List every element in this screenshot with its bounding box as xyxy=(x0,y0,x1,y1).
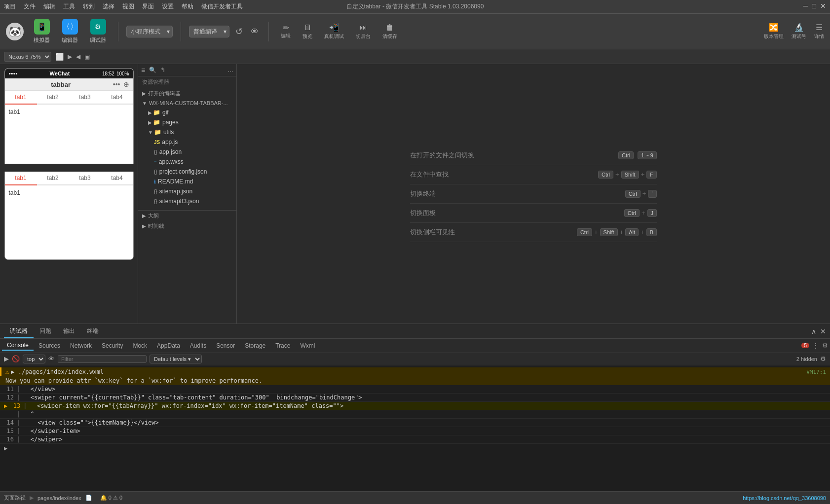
tree-item-utils[interactable]: ▼ 📁 utils xyxy=(138,127,236,137)
menu-item-wechat[interactable]: 微信开发者工具 xyxy=(201,2,243,11)
device-select-wrapper[interactable]: Nexus 6 75% xyxy=(4,52,51,62)
menu-item-edit[interactable]: 编辑 xyxy=(43,2,55,11)
wechat-menu-icon[interactable]: ••• xyxy=(113,80,120,88)
clear-button[interactable]: 🗑 清缓存 xyxy=(378,22,401,41)
console-clear-button[interactable]: 🚫 xyxy=(12,355,20,362)
console-execute-button[interactable]: ▶ xyxy=(4,355,9,362)
portrait-icon[interactable]: ⬜ xyxy=(55,53,64,61)
phone-tab-2-bottom[interactable]: tab2 xyxy=(37,172,69,184)
section-arrow-editors[interactable]: ▶ xyxy=(142,91,146,96)
edit-button[interactable]: ✏ 编辑 xyxy=(277,22,295,40)
folder-arrow-utils[interactable]: ▼ xyxy=(148,130,153,135)
level-select[interactable]: Default levels ▾ xyxy=(150,355,202,363)
play-icon[interactable]: ▶ xyxy=(68,53,72,60)
minimize-button[interactable]: ─ xyxy=(803,2,808,10)
console-more-button[interactable]: ⋮ xyxy=(812,342,819,350)
console-tab-security[interactable]: Security xyxy=(97,341,128,350)
device-select[interactable]: Nexus 6 75% xyxy=(4,52,51,62)
outline-arrow[interactable]: ▶ xyxy=(142,213,146,218)
menu-item-select[interactable]: 选择 xyxy=(103,2,114,11)
eye-icon[interactable]: 👁 xyxy=(48,355,55,362)
cut-panel-button[interactable]: ⏭ 切后台 xyxy=(352,22,375,41)
timeline-section[interactable]: ▶ 时间线 xyxy=(138,221,236,231)
menu-item-project[interactable]: 项目 xyxy=(4,2,16,11)
menu-item-help[interactable]: 帮助 xyxy=(182,2,193,11)
console-tab-sources[interactable]: Sources xyxy=(34,341,65,350)
timeline-arrow[interactable]: ▶ xyxy=(142,223,146,229)
preview-eye-button[interactable]: 👁 xyxy=(249,27,261,36)
menu-item-goto[interactable]: 转到 xyxy=(83,2,95,11)
phone-tab-3-top[interactable]: tab3 xyxy=(69,91,101,104)
wifi-icon[interactable]: ▣ xyxy=(84,53,90,60)
simulator-button[interactable]: 📱 模拟器 xyxy=(30,17,54,46)
console-tab-sensor[interactable]: Sensor xyxy=(211,341,240,350)
folder-arrow-gif[interactable]: ▶ xyxy=(148,110,152,115)
phone-tab-1-bottom[interactable]: tab1 xyxy=(5,172,37,185)
phone-tab-3-bottom[interactable]: tab3 xyxy=(69,172,101,184)
console-tab-audits[interactable]: Audits xyxy=(185,341,211,350)
panel-expand-button[interactable]: ∧ xyxy=(811,327,816,335)
compile-select[interactable]: 普通编译 xyxy=(189,26,229,37)
menu-item-tools[interactable]: 工具 xyxy=(63,2,75,11)
tree-item-gif[interactable]: ▶ 📁 gif xyxy=(138,108,236,117)
tab-terminal[interactable]: 终端 xyxy=(81,325,105,337)
page-file-icon[interactable]: 📄 xyxy=(85,495,92,501)
maximize-button[interactable]: □ xyxy=(812,2,816,10)
back-icon[interactable]: ◀ xyxy=(76,53,80,60)
console-tab-console[interactable]: Console xyxy=(2,341,34,351)
editor-button[interactable]: 〈〉 编辑器 xyxy=(58,17,82,46)
phone-tab-4-top[interactable]: tab4 xyxy=(101,91,133,104)
console-tab-trace[interactable]: Trace xyxy=(270,341,295,350)
real-debug-button[interactable]: 📲 真机调试 xyxy=(320,22,348,41)
console-tab-network[interactable]: Network xyxy=(65,341,97,350)
search-icon[interactable]: 🔍 xyxy=(149,67,156,73)
outline-section[interactable]: ▶ 大纲 xyxy=(138,211,236,221)
hamburger-icon[interactable]: ≡ xyxy=(141,66,145,74)
console-tab-appdata[interactable]: AppData xyxy=(152,341,185,350)
debugger-button[interactable]: ⚙ 调试器 xyxy=(86,17,110,46)
test-button[interactable]: 🔬 测试号 xyxy=(792,23,806,40)
menu-item-settings[interactable]: 设置 xyxy=(162,2,174,11)
phone-tab-2-top[interactable]: tab2 xyxy=(37,91,69,104)
wechat-plus-icon[interactable]: ⊕ xyxy=(123,80,129,88)
tree-item-sitemap83[interactable]: {} sitemap83.json xyxy=(138,196,236,206)
page-path-label[interactable]: 页面路径 xyxy=(4,494,26,502)
menu-item-view[interactable]: 视图 xyxy=(122,2,134,11)
console-tab-mock[interactable]: Mock xyxy=(128,341,152,350)
tree-item-appjson[interactable]: {} app.json xyxy=(138,147,236,157)
tree-item-sitemap[interactable]: {} sitemap.json xyxy=(138,186,236,196)
phone-tab-4-bottom[interactable]: tab4 xyxy=(101,172,133,184)
context-select[interactable]: top xyxy=(23,355,45,363)
console-tab-storage[interactable]: Storage xyxy=(240,341,270,350)
version-mgmt-button[interactable]: 🔀 版本管理 xyxy=(764,23,784,40)
compile-refresh-button[interactable]: ↺ xyxy=(233,26,245,37)
mode-select[interactable]: 小程序模式 xyxy=(126,26,173,37)
section-arrow-project[interactable]: ▼ xyxy=(142,101,147,106)
upload-icon[interactable]: ↰ xyxy=(160,67,165,73)
console-tab-wxml[interactable]: Wxml xyxy=(295,341,320,350)
preview-button[interactable]: 🖥 预览 xyxy=(299,22,316,41)
phone-tab-1-top[interactable]: tab1 xyxy=(5,91,37,105)
more-icon[interactable]: … xyxy=(227,67,233,73)
close-button[interactable]: ✕ xyxy=(820,2,826,10)
filter-input[interactable] xyxy=(58,355,147,363)
tree-item-projectjson[interactable]: {} project.config.json xyxy=(138,167,236,177)
status-url[interactable]: https://blog.csdn.net/qq_33608090 xyxy=(743,495,826,501)
panel-close-button[interactable]: ✕ xyxy=(820,327,826,335)
warn-link[interactable]: VM17:1 xyxy=(806,369,826,375)
detail-button[interactable]: ☰ 详情 xyxy=(814,23,824,40)
tab-output[interactable]: 输出 xyxy=(57,325,81,337)
tab-issues[interactable]: 问题 xyxy=(34,325,57,337)
tree-item-appwxss[interactable]: ≡ app.wxss xyxy=(138,157,236,167)
console-gear-icon[interactable]: ⚙ xyxy=(820,355,826,362)
folder-arrow-pages[interactable]: ▶ xyxy=(148,120,152,125)
tab-debugger[interactable]: 调试器 xyxy=(4,325,34,338)
console-settings-button[interactable]: ⚙ xyxy=(822,342,828,349)
tree-item-appjs[interactable]: JS app.js xyxy=(138,137,236,147)
console-input[interactable] xyxy=(9,445,826,452)
tree-item-pages[interactable]: ▶ 📁 pages xyxy=(138,117,236,127)
menu-item-interface[interactable]: 界面 xyxy=(142,2,154,11)
page-path-value[interactable]: pages/index/index xyxy=(38,495,81,501)
menu-item-file[interactable]: 文件 xyxy=(24,2,36,11)
tree-item-readme[interactable]: ℹ README.md xyxy=(138,177,236,186)
